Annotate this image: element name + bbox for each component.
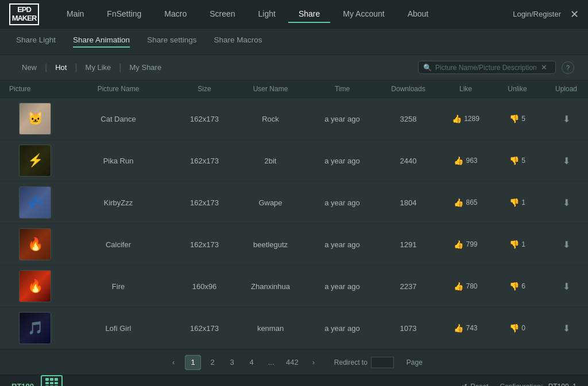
nav-item-share[interactable]: Share [288,6,330,23]
like-cell-2[interactable]: 👍 963 [440,156,492,165]
unlike-cell-5[interactable]: 👎 6 [492,282,543,291]
thumbnail-6[interactable]: 🎵 [19,312,51,344]
like-count-1: 1289 [464,115,479,123]
pagination-next[interactable]: › [305,355,322,370]
table-header: Picture Picture Name Size User Name Time… [0,80,588,98]
time-cell-6: a year ago [308,324,377,333]
statusbar-right: ↺ Reset Configuration: RT100_1 [462,382,577,386]
col-header-unlike: Unlike [492,85,543,93]
like-cell-3[interactable]: 👍 865 [440,198,492,207]
pagination-page-1[interactable]: 1 [185,355,201,370]
pagination-page-3[interactable]: 3 [224,355,240,370]
thumbnail-2[interactable]: ⚡ [19,145,51,177]
like-icon-4: 👍 [454,240,463,249]
unlike-count-5: 6 [521,282,525,290]
page-jump-input[interactable] [371,357,394,368]
subtab-share-settings[interactable]: Share settings [147,36,196,48]
pagination-page-2[interactable]: 2 [204,355,220,370]
col-header-picture: Picture [9,85,61,93]
user-cell-3: Gwape [233,198,308,207]
size-cell-6: 162x173 [176,324,233,333]
usb-icon: USB [41,375,63,386]
page-label: Page [407,358,423,366]
thumb-cell-6: 🎵 [9,312,61,344]
unlike-cell-1[interactable]: 👎 5 [492,114,543,123]
reset-icon: ↺ [462,383,467,387]
nav-item-fnsetting[interactable]: FnSetting [96,6,152,23]
like-cell-6[interactable]: 👍 743 [440,323,492,333]
filter-hot[interactable]: Hot [47,63,75,72]
like-cell-5[interactable]: 👍 780 [440,282,492,291]
download-button-4[interactable]: ⬇ [543,239,588,250]
config-info: Configuration: RT100_1 [500,382,577,386]
nav-item-about[interactable]: About [397,6,439,23]
unlike-cell-3[interactable]: 👎 1 [492,198,543,207]
downloads-cell-5: 2237 [377,282,440,291]
col-header-size: Size [176,85,233,93]
download-button-1[interactable]: ⬇ [543,114,588,124]
nav-item-screen[interactable]: Screen [199,6,245,23]
close-button[interactable]: ✕ [570,9,579,20]
pagination-last[interactable]: 442 [283,355,302,370]
unlike-cell-4[interactable]: 👎 1 [492,240,543,249]
unlike-icon-6: 👎 [509,323,519,333]
search-clear-button[interactable]: ✕ [541,63,547,72]
unlike-icon-2: 👎 [509,156,519,165]
pagination: ‹ 1 2 3 4 ... 442 › Redirect to Page [0,349,588,375]
subtab-share-animation[interactable]: Share Animation [73,36,130,48]
like-cell-1[interactable]: 👍 1289 [440,114,492,123]
login-button[interactable]: Login/Register [513,10,561,18]
nav-item-light[interactable]: Light [248,6,286,23]
thumbnail-1[interactable]: 🐱 [19,103,51,135]
search-input[interactable] [435,64,539,72]
unlike-count-2: 5 [521,157,525,165]
user-cell-5: Zhanxinhua [233,282,308,291]
downloads-cell-3: 1804 [377,198,440,207]
thumbnail-4[interactable]: 🔥 [19,228,51,260]
filter-mylike[interactable]: My Like [78,63,119,72]
pagination-page-4[interactable]: 4 [243,355,260,370]
size-cell-1: 162x173 [176,115,233,123]
filter-new[interactable]: New [14,63,45,72]
col-header-name: Picture Name [61,85,176,93]
size-cell-2: 162x173 [176,157,233,165]
unlike-icon-1: 👎 [509,114,519,123]
unlike-cell-2[interactable]: 👎 5 [492,156,543,165]
downloads-cell-1: 3258 [377,115,440,123]
table-row: 🐱 Cat Dance 162x173 Rock a year ago 3258… [0,98,588,140]
subtab-share-macros[interactable]: Share Macros [214,36,262,48]
reset-button[interactable]: ↺ Reset [462,383,488,387]
user-cell-1: Rock [233,115,308,123]
like-cell-4[interactable]: 👍 799 [440,240,492,249]
filter-myshare[interactable]: My Share [122,63,170,72]
thumbnail-5[interactable]: 🔥 [19,270,51,302]
download-button-3[interactable]: ⬇ [543,197,588,208]
nav-item-macro[interactable]: Macro [154,6,197,23]
table-body: 🐱 Cat Dance 162x173 Rock a year ago 3258… [0,98,588,349]
table-row: 🔥 Calcifer 162x173 beetlegutz a year ago… [0,224,588,266]
nav-item-myaccount[interactable]: My Account [332,6,394,23]
name-cell-2: Pika Run [61,157,176,165]
unlike-cell-6[interactable]: 👎 0 [492,323,543,333]
time-cell-4: a year ago [308,240,377,249]
subtab-share-light[interactable]: Share Light [16,36,56,48]
pagination-prev[interactable]: ‹ [165,355,181,370]
col-header-like: Like [440,85,492,93]
download-button-6[interactable]: ⬇ [543,323,588,334]
like-icon-6: 👍 [454,323,463,333]
like-count-2: 963 [466,157,477,165]
unlike-count-6: 0 [521,324,525,332]
col-header-downloads: Downloads [377,85,440,93]
device-label: RT100 [11,382,34,386]
nav-item-main[interactable]: Main [56,6,94,23]
name-cell-1: Cat Dance [61,115,176,123]
user-cell-6: kenman [233,324,308,333]
thumbnail-3[interactable]: 💤 [19,186,51,219]
download-button-5[interactable]: ⬇ [543,281,588,292]
help-button[interactable]: ? [562,61,574,74]
like-icon-2: 👍 [454,156,463,165]
download-button-2[interactable]: ⬇ [543,155,588,166]
unlike-icon-3: 👎 [509,198,519,207]
name-cell-3: KirbyZzz [61,198,176,207]
titlebar: EPD MAKER Main FnSetting Macro Screen Li… [0,0,588,29]
